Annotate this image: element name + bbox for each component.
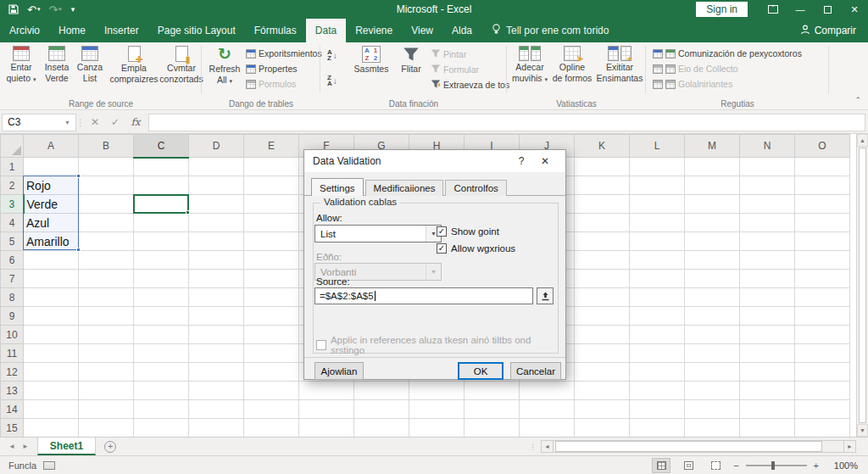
cell-b3[interactable] [79, 195, 134, 214]
cell-m12[interactable] [685, 363, 740, 382]
cell-o8[interactable] [795, 288, 850, 307]
column-header-m[interactable]: M [685, 135, 740, 158]
column-header-o[interactable]: O [795, 135, 850, 158]
cell-e7[interactable] [244, 270, 299, 288]
cell-n9[interactable] [740, 307, 795, 326]
cell-l3[interactable] [630, 195, 685, 214]
cell-m14[interactable] [685, 400, 740, 419]
cell-d5[interactable] [189, 232, 244, 251]
column-header-b[interactable]: B [79, 135, 134, 158]
cell-m9[interactable] [685, 307, 740, 326]
cell-c14[interactable] [134, 400, 189, 419]
cell-a11[interactable] [24, 344, 79, 363]
cell-k15[interactable] [575, 419, 630, 438]
row-header-15[interactable]: 15 [1, 419, 24, 438]
cell-c8[interactable] [134, 288, 189, 307]
canza-list-button[interactable]: Canza List [75, 46, 105, 83]
cell-i15[interactable] [465, 419, 520, 438]
cell-d1[interactable] [189, 158, 244, 176]
tab-inserter[interactable]: Inserter [95, 19, 148, 42]
exititar-ensimantas-button[interactable]: ✦ Exititar Ensimantas [595, 46, 644, 83]
cell-d8[interactable] [189, 288, 244, 307]
sheet-tab-sheet1[interactable]: Sheet1 [37, 438, 96, 455]
cell-o9[interactable] [795, 307, 850, 326]
zoom-slider[interactable] [746, 465, 807, 466]
dialog-close-icon[interactable]: ✕ [533, 155, 557, 167]
scroll-up-icon[interactable]: ▲ [857, 134, 868, 147]
cell-d2[interactable] [189, 176, 244, 195]
cell-d12[interactable] [189, 363, 244, 382]
dialog-tab-medificaiiones[interactable]: Medificaiiones [365, 180, 444, 196]
allow-combobox[interactable]: List ▼ [314, 225, 442, 243]
cell-a2[interactable]: Rojo [24, 176, 79, 195]
cell-b8[interactable] [79, 288, 134, 307]
cell-b12[interactable] [79, 363, 134, 382]
cancel-entry-icon[interactable]: ✕ [85, 116, 105, 128]
tab-split-handle[interactable]: ⋮ [529, 443, 537, 451]
cell-n6[interactable] [740, 251, 795, 270]
dialog-title-bar[interactable]: Data Validation ? ✕ [304, 150, 565, 172]
zoom-in-icon[interactable]: + [814, 460, 819, 471]
cell-d3[interactable] [189, 195, 244, 214]
cell-o11[interactable] [795, 344, 850, 363]
cell-e2[interactable] [244, 176, 299, 195]
column-header-n[interactable]: N [740, 135, 795, 158]
tab-reviene[interactable]: Reviene [346, 19, 402, 42]
customize-qat-icon[interactable]: ▾ [70, 5, 75, 14]
pormulos-button[interactable]: Pormulos [246, 79, 296, 89]
cell-n7[interactable] [740, 270, 795, 288]
zoom-slider-thumb[interactable] [771, 461, 775, 470]
cell-a5[interactable]: Amarillo [24, 232, 79, 251]
cell-l4[interactable] [630, 214, 685, 232]
cell-b5[interactable] [79, 232, 134, 251]
scroll-left-icon[interactable]: ◄ [541, 440, 554, 453]
cell-m10[interactable] [685, 326, 740, 344]
cell-c6[interactable] [134, 251, 189, 270]
cell-l10[interactable] [630, 326, 685, 344]
cell-o13[interactable] [795, 382, 850, 400]
cell-l14[interactable] [630, 400, 685, 419]
cell-j14[interactable] [520, 400, 575, 419]
propertes-button[interactable]: Propertes [246, 64, 298, 74]
cell-h14[interactable] [409, 400, 465, 419]
insert-function-icon[interactable]: fx [125, 116, 146, 128]
cell-k1[interactable] [575, 158, 630, 176]
cell-d9[interactable] [189, 307, 244, 326]
sasmtes-button[interactable]: A1Z2 Sasmtes [349, 46, 393, 74]
cell-l7[interactable] [630, 270, 685, 288]
new-sheet-button[interactable]: + [96, 438, 125, 455]
undo-icon[interactable]: ↶▾ [27, 3, 40, 16]
ok-button[interactable]: OK [458, 362, 504, 380]
cell-n14[interactable] [740, 400, 795, 419]
source-input[interactable]: =$A$2:$A$5 [314, 287, 533, 304]
scroll-right-icon[interactable]: ► [843, 440, 856, 453]
share-button[interactable]: Comparir [800, 19, 868, 42]
cell-i14[interactable] [465, 400, 520, 419]
column-header-a[interactable]: A [24, 135, 79, 158]
cell-a10[interactable] [24, 326, 79, 344]
collapse-ribbon-icon[interactable]: ⌃ [854, 96, 861, 104]
cell-b7[interactable] [79, 270, 134, 288]
cell-e12[interactable] [244, 363, 299, 382]
cell-l9[interactable] [630, 307, 685, 326]
cell-c15[interactable] [134, 419, 189, 438]
cell-h15[interactable] [409, 419, 465, 438]
cell-m7[interactable] [685, 270, 740, 288]
cell-n4[interactable] [740, 214, 795, 232]
cell-d15[interactable] [189, 419, 244, 438]
cell-b9[interactable] [79, 307, 134, 326]
cell-a7[interactable] [24, 270, 79, 288]
cell-f13[interactable] [299, 382, 354, 400]
cell-c13[interactable] [134, 382, 189, 400]
cell-a4[interactable]: Azul [24, 214, 79, 232]
cell-l2[interactable] [630, 176, 685, 195]
cell-c11[interactable] [134, 344, 189, 363]
normal-view-button[interactable] [652, 458, 670, 473]
row-header-1[interactable]: 1 [1, 158, 24, 176]
row-header-4[interactable]: 4 [1, 214, 24, 232]
cell-e5[interactable] [244, 232, 299, 251]
row-header-8[interactable]: 8 [1, 288, 24, 307]
cell-o4[interactable] [795, 214, 850, 232]
cell-f14[interactable] [299, 400, 354, 419]
cell-l15[interactable] [630, 419, 685, 438]
